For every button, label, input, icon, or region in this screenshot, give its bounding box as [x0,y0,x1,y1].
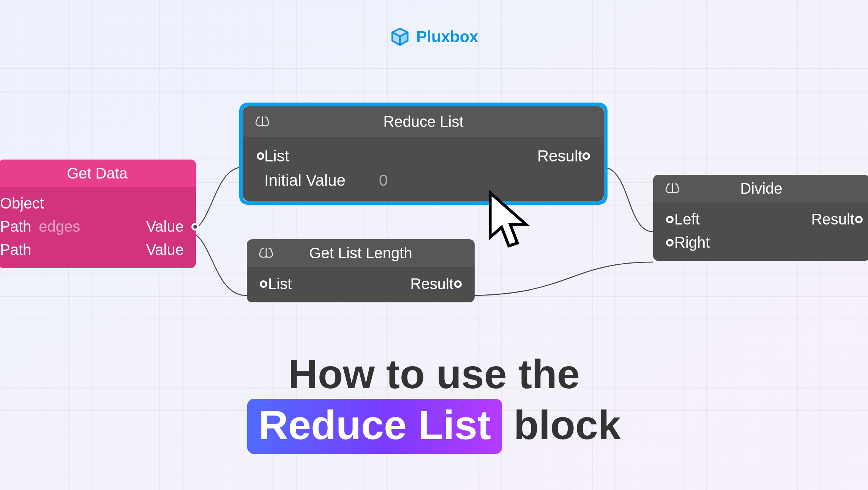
node-row: Right [674,231,854,254]
port-value[interactable]: 0 [379,171,388,190]
port-label: Path [0,218,31,235]
node-header[interactable]: Divide [653,175,868,202]
input-port[interactable] [257,152,264,160]
node-body: List Result [247,267,475,302]
node-body: List Result Initial Value 0 [243,137,604,201]
output-port[interactable] [454,280,462,288]
output-port[interactable] [855,216,863,223]
input-port[interactable] [666,239,674,247]
port-value: edges [39,218,80,235]
node-title: Reduce List [383,113,463,130]
port-label: Value [146,241,184,258]
port-label: Result [811,211,854,228]
canvas: Pluxbox Get Data Object Path edges Value… [0,0,868,490]
port-label: Result [537,147,582,165]
node-row: Left Result [674,208,854,231]
input-port[interactable] [666,216,674,223]
node-reduce-list-selected[interactable]: Reduce List List Result Initial Value 0 [239,103,608,205]
output-port[interactable] [191,223,199,231]
port-label: Object [0,195,44,212]
port-label: Result [410,275,453,292]
node-row: Path Value [0,238,184,261]
port-label: Value [146,218,184,235]
port-label: Path [0,241,31,258]
node-get-list-length[interactable]: Get List Length List Result [247,239,475,302]
cube-icon [390,27,410,47]
page-title: How to use the Reduce List block [247,349,621,454]
port-label: List [264,147,289,165]
node-row: Object [0,192,184,215]
brain-icon [254,114,270,130]
port-label: Left [674,211,700,228]
node-row: Path edges Value [0,215,184,238]
node-body: Left Result Right [653,202,868,261]
title-word-block: block [514,402,621,448]
title-line-2: Reduce List block [247,399,621,454]
title-line-1: How to use the [247,349,621,399]
node-header[interactable]: Get List Length [247,239,475,267]
brand-logo: Pluxbox [390,27,478,47]
brand-name: Pluxbox [416,28,478,46]
node-title: Get List Length [309,245,412,262]
node-row: List Result [268,272,453,296]
node-divide[interactable]: Divide Left Result Right [653,175,868,261]
node-reduce-list[interactable]: Reduce List List Result Initial Value 0 [243,106,604,201]
port-label: List [268,275,292,292]
port-label: Right [674,234,710,251]
brain-icon [258,245,274,261]
node-row: List Result [264,144,582,168]
node-header[interactable]: Reduce List [243,106,604,137]
port-label: Initial Value [264,171,346,190]
node-row: Initial Value 0 [264,168,582,193]
title-highlight-chip: Reduce List [247,399,502,454]
node-header[interactable]: Get Data [0,160,196,187]
output-port[interactable] [582,152,590,160]
brain-icon [664,181,680,197]
node-body: Object Path edges Value Path Value [0,187,196,268]
node-get-data[interactable]: Get Data Object Path edges Value Path Va… [0,160,196,268]
node-title: Divide [740,180,782,197]
node-title: Get Data [67,165,128,182]
input-port[interactable] [260,280,267,288]
